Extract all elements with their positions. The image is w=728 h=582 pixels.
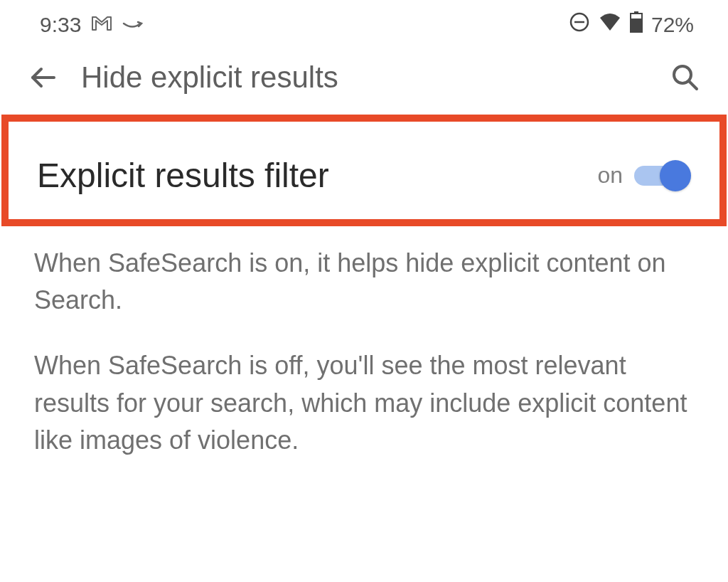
setting-description: When SafeSearch is on, it helps hide exp… — [0, 226, 728, 459]
svg-rect-4 — [631, 18, 641, 31]
description-paragraph-2: When SafeSearch is off, you'll see the m… — [34, 347, 694, 459]
dnd-icon — [569, 11, 590, 38]
gmail-icon — [91, 13, 112, 37]
app-bar: Hide explicit results — [0, 43, 728, 115]
toggle-group: on — [597, 162, 688, 189]
amazon-smile-icon — [122, 13, 144, 37]
svg-line-7 — [689, 81, 697, 89]
toggle-state-label: on — [597, 162, 623, 189]
status-bar: 9:33 — [0, 0, 728, 43]
setting-title: Explicit results filter — [37, 156, 329, 195]
setting-row-highlight: Explicit results filter on — [1, 115, 727, 226]
search-button[interactable] — [670, 62, 701, 93]
description-paragraph-1: When SafeSearch is on, it helps hide exp… — [34, 245, 694, 319]
explicit-results-toggle[interactable] — [634, 162, 688, 189]
back-button[interactable] — [27, 62, 58, 93]
battery-percentage: 72% — [651, 13, 694, 37]
status-left: 9:33 — [40, 13, 144, 37]
status-time: 9:33 — [40, 13, 81, 37]
status-right: 72% — [569, 11, 694, 38]
battery-icon — [630, 11, 643, 38]
wifi-icon — [599, 13, 621, 37]
page-title: Hide explicit results — [81, 60, 647, 95]
